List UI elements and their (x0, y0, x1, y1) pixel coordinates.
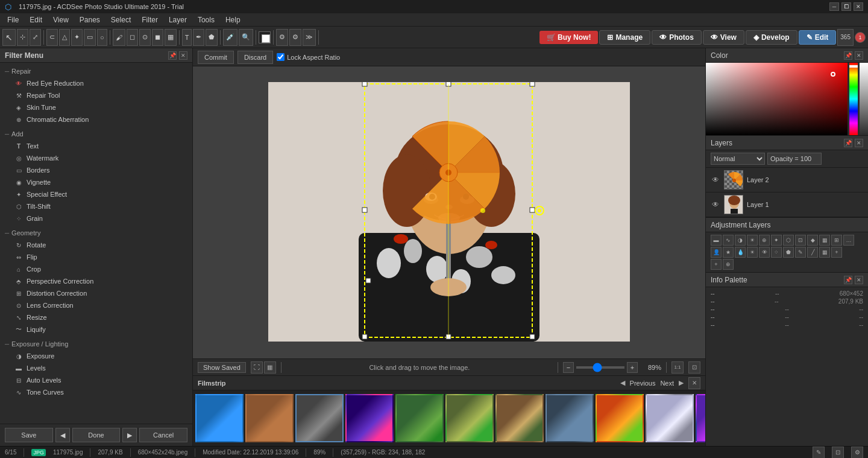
prev-button[interactable]: ◀ (55, 428, 70, 442)
layers-pin-btn[interactable]: 📌 (844, 139, 852, 147)
adj-add-layer[interactable]: + (711, 259, 722, 270)
filmstrip-close-btn[interactable]: ✕ (688, 377, 700, 389)
filter-chromatic[interactable]: ⊕ Chromatic Aberration (0, 113, 192, 126)
develop-button[interactable]: ◈ Develop (746, 30, 797, 45)
minimize-btn[interactable]: ─ (829, 2, 839, 11)
color-close-btn[interactable]: ✕ (855, 51, 863, 60)
hue-slider[interactable] (849, 63, 858, 135)
thumb-5[interactable] (395, 394, 444, 442)
menu-help[interactable]: Help (221, 14, 245, 25)
filter-special-effect[interactable]: ✦ Special Effect (0, 188, 192, 200)
tool-transform[interactable]: ⤢ (30, 29, 41, 46)
adj-brightness[interactable]: ☀ (747, 235, 758, 246)
filter-borders[interactable]: ▭ Borders (0, 164, 192, 176)
menu-tools[interactable]: Tools (193, 14, 219, 25)
tool-gradient[interactable]: ▦ (165, 29, 177, 46)
done-button[interactable]: Done (72, 428, 121, 442)
adj-plus[interactable]: + (831, 247, 842, 258)
tool-rect-sel[interactable]: ▭ (84, 29, 96, 46)
adj-drop[interactable]: 💧 (735, 247, 746, 258)
show-saved-button[interactable]: Show Saved (198, 362, 246, 373)
restore-btn[interactable]: ⧠ (841, 2, 851, 11)
layers-close-btn[interactable]: ✕ (855, 139, 863, 147)
discard-button[interactable]: Discard (237, 51, 273, 64)
alpha-slider[interactable] (860, 63, 868, 135)
adj-curves[interactable]: ∿ (723, 235, 734, 246)
menu-view[interactable]: View (48, 14, 74, 25)
adj-star[interactable]: ★ (723, 247, 734, 258)
filter-text[interactable]: T Text (0, 140, 192, 152)
fit-1to1-icon[interactable]: 1:1 (671, 361, 684, 374)
zoom-out-icon[interactable]: − (563, 362, 574, 373)
tool-move[interactable]: ⊹ (17, 29, 28, 46)
thumb-9[interactable] (596, 394, 644, 442)
thumb-11[interactable] (696, 394, 705, 442)
thumb-1[interactable] (195, 394, 244, 442)
adj-sun[interactable]: ☀ (747, 247, 758, 258)
panel-pin-btn[interactable]: 📌 (168, 51, 177, 60)
adj-levels[interactable]: ▬ (711, 235, 722, 246)
tool-magic[interactable]: ✦ (71, 29, 83, 46)
manage-button[interactable]: ⊞ Manage (599, 30, 650, 45)
filter-tilt-shift[interactable]: ⬡ Tilt-Shift (0, 200, 192, 212)
save-button[interactable]: Save (5, 428, 53, 442)
info-pin-btn[interactable]: 📌 (844, 276, 852, 284)
panel-close-btn[interactable]: ✕ (179, 51, 187, 60)
adj-line[interactable]: ╱ (807, 247, 818, 258)
fit-window-icon[interactable]: ⊡ (688, 361, 700, 374)
filter-red-eye[interactable]: 👁 Red Eye Reduction (0, 77, 192, 89)
menu-layer[interactable]: Layer (164, 14, 192, 25)
adj-add-layer2[interactable]: ⊕ (723, 259, 734, 270)
thumb-2[interactable] (245, 394, 294, 442)
filter-perspective[interactable]: ⬘ Perspective Correction (0, 275, 192, 287)
adj-photo-filter[interactable]: ⬡ (783, 235, 794, 246)
edit-button[interactable]: ✎ Edit (799, 30, 837, 45)
thumb-4[interactable] (345, 394, 394, 442)
menu-file[interactable]: File (2, 14, 24, 25)
tool-text[interactable]: T (182, 29, 192, 46)
adj-invert[interactable]: ⊡ (795, 235, 806, 246)
layer-2-visibility[interactable]: 👁 (711, 175, 720, 185)
tool-eyedrop[interactable]: 💉 (223, 29, 237, 46)
tool-fill[interactable]: ◼ (152, 29, 163, 46)
section-repair-header[interactable]: ─ Repair (0, 65, 192, 77)
tool-clone[interactable]: ⊙ (139, 29, 151, 46)
photos-button[interactable]: 👁 Photos (652, 30, 702, 45)
lock-aspect-label[interactable]: Lock Aspect Ratio (277, 53, 340, 61)
buy-now-button[interactable]: 🛒 Buy Now! (539, 31, 599, 44)
filmstrip-prev-label[interactable]: Previous (630, 380, 656, 387)
thumb-7[interactable] (495, 394, 544, 442)
adj-noise[interactable]: ⁘ (771, 247, 782, 258)
tool-settings2[interactable]: ⚙ (289, 29, 301, 46)
tool-zoom[interactable]: 🔍 (239, 29, 253, 46)
tool-ellipse-sel[interactable]: ○ (97, 29, 107, 46)
adj-gradient-map[interactable]: ▦ (819, 235, 830, 246)
foreground-color[interactable] (259, 31, 271, 43)
filter-levels[interactable]: ▬ Levels (0, 362, 192, 374)
section-geometry-header[interactable]: ─ Geometry (0, 227, 192, 239)
layer-item-2[interactable]: 👁 (706, 168, 868, 192)
adj-color-balance[interactable]: ⊕ (759, 235, 770, 246)
filter-grain[interactable]: ⁘ Grain (0, 212, 192, 224)
cancel-button[interactable]: Cancel (139, 428, 187, 442)
days365-btn[interactable]: 365 (837, 29, 854, 46)
info-close-btn[interactable]: ✕ (855, 276, 863, 284)
filter-skin-tune[interactable]: ◈ Skin Tune (0, 101, 192, 113)
menu-panes[interactable]: Panes (75, 14, 105, 25)
opacity-input[interactable] (767, 153, 822, 165)
adj-hsl[interactable]: ◑ (735, 235, 746, 246)
filter-auto-levels[interactable]: ⊟ Auto Levels (0, 374, 192, 386)
notification-btn[interactable]: 1 (855, 32, 866, 43)
tool-shape[interactable]: ⬟ (206, 29, 218, 46)
blend-mode-select[interactable]: Normal (711, 153, 765, 165)
lock-aspect-checkbox[interactable] (277, 53, 285, 61)
close-btn[interactable]: ✕ (854, 2, 863, 11)
filter-flip[interactable]: ⇔ Flip (0, 251, 192, 263)
menu-edit[interactable]: Edit (25, 14, 47, 25)
tool-pen[interactable]: ✒ (193, 29, 204, 46)
filter-vignette[interactable]: ◉ Vignette (0, 176, 192, 188)
filter-liquify[interactable]: 〜 Liquify (0, 323, 192, 336)
histogram-icon[interactable]: ▦ (264, 361, 276, 374)
thumb-10[interactable] (646, 394, 694, 442)
filter-tone-curves[interactable]: ∿ Tone Curves (0, 386, 192, 398)
